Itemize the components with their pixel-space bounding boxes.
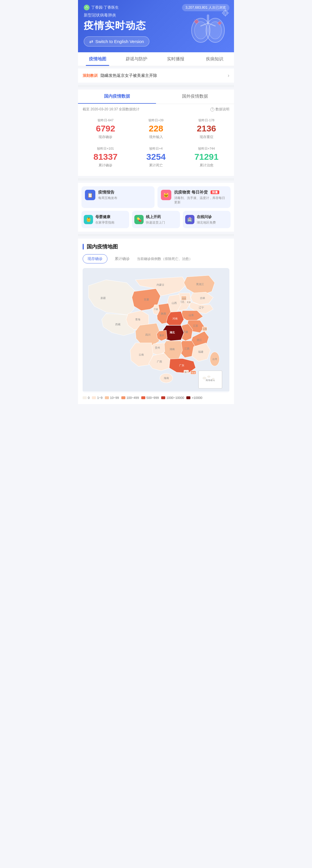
yunnan-label: 云南 <box>139 353 144 356</box>
legend-color-3 <box>121 396 125 399</box>
legend-item-1: 1~9 <box>92 396 102 400</box>
legend-label-4: 500~999 <box>147 396 159 400</box>
data-help[interactable]: ? 数据说明 <box>210 107 229 112</box>
service-card-content-2: 母婴健康 在家孕育指南 <box>95 214 115 225</box>
service-title-3: 线上开药 <box>146 214 165 220</box>
news-arrow-icon: › <box>228 72 229 79</box>
taiwan-label: 台湾 <box>212 358 217 361</box>
guangxi-label: 广西 <box>157 360 162 363</box>
stat-label-5: 累计治愈 <box>183 163 229 168</box>
sichuan-label: 四川 <box>145 333 151 336</box>
heilongjiang-label: 黑龙江 <box>196 283 204 286</box>
xinjiang-label: 新疆 <box>100 297 106 300</box>
stat-label-2: 现存重症 <box>183 134 229 140</box>
legend-item-3: 100~499 <box>121 396 139 400</box>
help-circle-icon: ? <box>210 107 214 112</box>
service-card-content-4: 在线问诊 湖北地区免费 <box>197 214 216 225</box>
jiangsu-label: 江苏 <box>193 324 198 327</box>
online-consult-icon-wrap: 🏥 <box>185 215 194 224</box>
legend-color-5 <box>161 396 165 399</box>
nanhai-island-3 <box>212 378 214 380</box>
gansu-label: 甘肃 <box>144 298 149 301</box>
fujian-label: 福建 <box>198 350 204 353</box>
stat-value-4: 3254 <box>133 152 179 162</box>
service-card-content-3: 线上开药 快递送货上门 <box>146 214 165 225</box>
jilin-label: 吉林 <box>200 297 205 300</box>
legend-label-1: 1~9 <box>97 396 102 400</box>
hongkong-label: 香港 <box>191 372 195 374</box>
stat-label-0: 现存确诊 <box>83 134 129 140</box>
stat-value-5: 71291 <box>183 152 229 162</box>
hubei-label: 湖北 <box>169 331 175 334</box>
tab-epidemic-map[interactable]: 疫情地图 <box>78 52 117 66</box>
data-section: 国内疫情数据 国外疫情数据 截至 2020-03-20 16:37 全国数据统计… <box>78 90 234 176</box>
filter-btn-total[interactable]: 累计确诊 <box>110 254 135 264</box>
jiangxi-label: 江西 <box>184 347 189 350</box>
svg-rect-4 <box>207 14 209 23</box>
legend-color-0 <box>83 396 87 399</box>
service-row-3: 👶 母婴健康 在家孕育指南 💊 线上开药 快递送货上门 🏥 在线问诊 湖北地区免… <box>82 211 230 228</box>
tab-domestic-data[interactable]: 国内疫情数据 <box>78 90 156 104</box>
henan-label: 河南 <box>173 317 178 320</box>
english-version-button[interactable]: ⇄ Switch to English Version <box>84 36 149 46</box>
svg-point-20 <box>224 12 226 14</box>
stat-delta-2: 较昨日-178 <box>183 118 229 122</box>
service-subtitle-1: 消毒剂、洗手液、温度计，库存每日更新 <box>174 196 227 205</box>
shaanxi-label: 陕西 <box>161 312 166 315</box>
service-card-mother-health[interactable]: 👶 母婴健康 在家孕育指南 <box>82 211 129 228</box>
stat-delta-4: 较昨日+4 <box>133 147 179 151</box>
legend-label-5: 1000~10000 <box>166 396 184 400</box>
mother-health-icon-wrap: 👶 <box>84 215 93 224</box>
tab-disease-knowledge[interactable]: 疾病知识 <box>195 52 234 66</box>
data-timestamp-row: 截至 2020-03-20 16:37 全国数据统计 ? 数据说明 <box>78 104 234 115</box>
stat-severe: 较昨日-178 2136 现存重症 <box>181 115 232 143</box>
stat-delta-3: 较昨日+101 <box>83 147 129 151</box>
neimenggu-label: 内蒙古 <box>157 283 164 286</box>
svg-point-14 <box>218 22 221 25</box>
filter-btn-current[interactable]: 现存确诊 <box>83 254 107 264</box>
guizhou-label: 贵州 <box>155 346 160 349</box>
legend-item-6: >10000 <box>186 396 202 400</box>
service-card-supplies[interactable]: 🐱 抗疫物资 每日补货 限量 消毒剂、洗手液、温度计，库存每日更新 <box>157 186 230 208</box>
stat-value-1: 228 <box>133 124 179 133</box>
stat-label-3: 累计确诊 <box>83 163 129 168</box>
timestamp-text: 截至 2020-03-20 16:37 全国数据统计 <box>83 107 139 112</box>
header-banner: 丁香园·丁香医生 3,207,683,801 人次已浏览 新型冠状病毒肺炎 疫情… <box>78 0 234 52</box>
consult-icon: 🏥 <box>187 217 192 222</box>
shanghai-label: 上海 <box>203 328 207 330</box>
stat-label-1: 境外输入 <box>133 134 179 140</box>
service-card-content-1: 抗疫物资 每日补货 限量 消毒剂、洗手液、温度计，库存每日更新 <box>174 190 227 205</box>
stat-current-confirmed: 较昨日-647 6792 现存确诊 <box>80 115 131 143</box>
service-title-2: 母婴健康 <box>95 214 115 220</box>
ningxia-label: 宁夏 <box>154 308 158 311</box>
xizang-label: 西藏 <box>115 323 121 326</box>
divider-2 <box>78 178 234 181</box>
hainan-label: 海南 <box>164 377 169 379</box>
service-card-online-medicine[interactable]: 💊 线上开药 快递送货上门 <box>132 211 180 228</box>
beijing-label: 北京 <box>182 298 186 300</box>
service-card-epidemic-report[interactable]: 📋 疫情报告 每周五晚发布 <box>82 186 155 208</box>
switch-icon: ⇄ <box>89 39 93 44</box>
hunan-label: 湖南 <box>169 348 175 351</box>
service-title-4: 在线问诊 <box>197 214 216 220</box>
stat-total-recovered: 较昨日+744 71291 累计治愈 <box>181 143 232 171</box>
legend-label-6: >10000 <box>191 396 202 400</box>
stat-imported: 较昨日+39 228 境外输入 <box>131 115 181 143</box>
limited-badge: 限量 <box>211 190 219 194</box>
stat-delta-1: 较昨日+39 <box>133 118 179 122</box>
tab-live-broadcast[interactable]: 实时播报 <box>156 52 195 66</box>
tab-rumor-prevention[interactable]: 辟谣与防护 <box>117 52 156 66</box>
stat-value-3: 81337 <box>83 152 129 162</box>
data-tabs: 国内疫情数据 国外疫情数据 <box>78 90 234 104</box>
china-map-container: 新疆 西藏 青海 甘肃 内蒙古 黑龙江 吉林 辽宁 河北 <box>83 268 229 393</box>
legend-item-4: 500~999 <box>141 396 159 400</box>
nanhai-island-1 <box>203 377 206 379</box>
title-bar-decoration <box>83 244 84 250</box>
legend-item-5: 1000~10000 <box>161 396 184 400</box>
news-banner[interactable]: 深刻教训 隐瞒发热返京女子被美雇主开除 › <box>78 68 234 83</box>
service-card-online-consult[interactable]: 🏥 在线问诊 湖北地区免费 <box>183 211 230 228</box>
china-map-svg: 新疆 西藏 青海 甘肃 内蒙古 黑龙江 吉林 辽宁 河北 <box>83 268 229 392</box>
shanxi-label: 山西 <box>171 302 177 305</box>
stat-value-2: 2136 <box>183 124 229 133</box>
tab-overseas-data[interactable]: 国外疫情数据 <box>156 90 234 104</box>
